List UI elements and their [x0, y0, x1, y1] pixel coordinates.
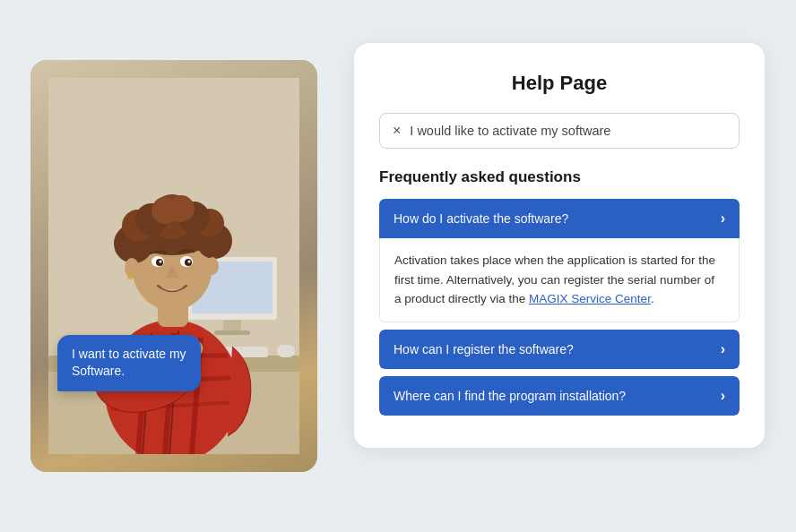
- faq-chevron-1: ›: [721, 210, 725, 227]
- faq-chevron-3: ›: [721, 388, 725, 404]
- faq-question-1-text: How do I activate the software?: [394, 211, 568, 226]
- magix-service-center-link[interactable]: MAGIX Service Center: [529, 292, 651, 305]
- svg-point-40: [206, 257, 219, 275]
- faq-question-1[interactable]: How do I activate the software? ›: [379, 199, 740, 238]
- person-illustration: [48, 78, 299, 454]
- svg-rect-8: [277, 345, 295, 357]
- chat-bubble: I want to activate my Software.: [57, 335, 201, 391]
- faq-heading: Frequently asked questions: [379, 168, 740, 186]
- faq-answer-1: Activation takes place when the applicat…: [379, 238, 740, 322]
- svg-point-39: [125, 258, 139, 278]
- faq-item-1: How do I activate the software? › Activa…: [379, 199, 740, 322]
- page-title: Help Page: [379, 72, 740, 95]
- faq-item-3: Where can I find the program installatio…: [379, 376, 740, 416]
- faq-chevron-2: ›: [721, 341, 725, 357]
- clear-icon[interactable]: ×: [393, 123, 401, 139]
- svg-point-37: [160, 261, 162, 263]
- svg-point-32: [168, 195, 195, 222]
- svg-point-41: [127, 274, 133, 279]
- scene: I want to activate my Software. Help Pag…: [30, 33, 766, 499]
- svg-rect-6: [214, 330, 250, 335]
- faq-item-2: How can I register the software? ›: [379, 330, 740, 369]
- svg-point-38: [188, 261, 191, 263]
- photo-background: [30, 60, 317, 472]
- search-value: I would like to activate my software: [410, 124, 726, 138]
- faq-question-3-text: Where can I find the program installatio…: [394, 389, 626, 403]
- photo-panel: I want to activate my Software.: [30, 60, 317, 472]
- faq-question-2[interactable]: How can I register the software? ›: [379, 330, 740, 369]
- search-bar[interactable]: × I would like to activate my software: [379, 113, 740, 149]
- faq-answer-1-text-after: .: [651, 292, 654, 305]
- faq-question-2-text: How can I register the software?: [394, 342, 574, 356]
- faq-question-3[interactable]: Where can I find the program installatio…: [379, 376, 740, 416]
- help-panel: Help Page × I would like to activate my …: [353, 42, 766, 449]
